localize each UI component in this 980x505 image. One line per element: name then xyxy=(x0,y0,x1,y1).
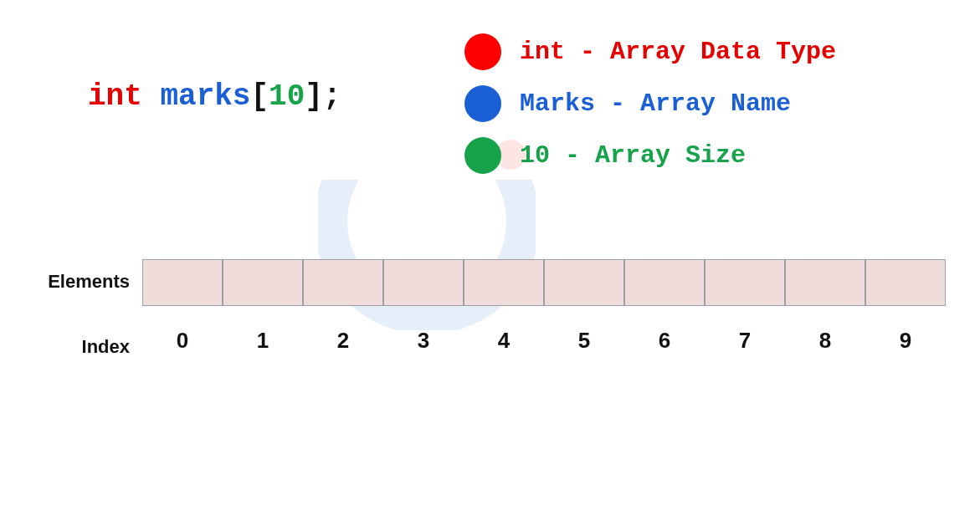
semicolon: ; xyxy=(323,79,341,114)
legend-item-datatype: int - Array Data Type xyxy=(464,33,836,70)
legend-item-name: Marks - Array Name xyxy=(464,85,836,122)
array-index: 4 xyxy=(464,328,544,354)
index-label: Index xyxy=(63,336,130,358)
array-index: 8 xyxy=(785,328,865,354)
array-index: 9 xyxy=(865,328,946,354)
open-bracket: [ xyxy=(250,79,269,114)
array-cell xyxy=(223,259,303,306)
legend-text-size: 10 - Array Size xyxy=(520,141,746,170)
array-cell xyxy=(303,259,383,306)
array-cell xyxy=(464,259,544,306)
legend-text-name: Marks - Array Name xyxy=(520,89,791,118)
array-cell xyxy=(142,259,223,306)
array-index: 0 xyxy=(142,328,223,354)
array-cell xyxy=(865,259,946,306)
array-index: 7 xyxy=(705,328,785,354)
legend-dot-blue xyxy=(464,85,501,122)
legend-text-datatype: int - Array Data Type xyxy=(520,38,836,66)
array-cell xyxy=(785,259,865,306)
array-index: 2 xyxy=(303,328,383,354)
array-index: 5 xyxy=(544,328,624,354)
array-size: 10 xyxy=(269,79,305,114)
array-declaration: int marks[10]; xyxy=(88,79,341,114)
legend: int - Array Data Type Marks - Array Name… xyxy=(464,33,836,174)
legend-dot-red xyxy=(464,33,501,70)
elements-label: Elements xyxy=(42,271,130,293)
array-index: 3 xyxy=(383,328,464,354)
legend-item-size: 10 - Array Size xyxy=(464,137,836,174)
array-cell xyxy=(705,259,785,306)
array-name: marks xyxy=(160,79,250,114)
array-index: 1 xyxy=(223,328,303,354)
keyword-int: int xyxy=(88,79,142,114)
array-cells-row xyxy=(142,259,946,306)
legend-dot-green xyxy=(464,137,501,174)
array-index: 6 xyxy=(624,328,705,354)
array-cell xyxy=(624,259,705,306)
array-cell xyxy=(383,259,464,306)
close-bracket: ] xyxy=(305,79,323,114)
array-cell xyxy=(544,259,624,306)
array-indices-row: 0 1 2 3 4 5 6 7 8 9 xyxy=(142,328,946,354)
